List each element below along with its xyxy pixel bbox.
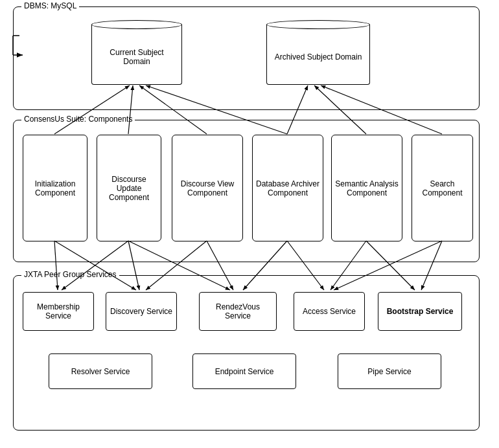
component-discourse-update: Discourse Update Component bbox=[97, 135, 161, 241]
cylinder-top-current bbox=[91, 20, 182, 29]
service-discovery: Discovery Service bbox=[106, 292, 177, 331]
dbms-label: DBMS: MySQL bbox=[21, 1, 79, 10]
dbms-section: DBMS: MySQL Current Subject Domain Archi… bbox=[13, 6, 480, 110]
service-endpoint: Endpoint Service bbox=[192, 353, 296, 389]
components-label: ConsensUs Suite: Components bbox=[21, 115, 135, 124]
service-access: Access Service bbox=[294, 292, 365, 331]
diagram-container: DBMS: MySQL Current Subject Domain Archi… bbox=[0, 0, 499, 448]
component-search: Search Component bbox=[412, 135, 473, 241]
component-semantic: Semantic Analysis Component bbox=[331, 135, 402, 241]
service-resolver: Resolver Service bbox=[49, 353, 152, 389]
service-bootstrap: Bootstrap Service bbox=[378, 292, 462, 331]
services-section: JXTA Peer Group Services Membership Serv… bbox=[13, 275, 480, 431]
services-label: JXTA Peer Group Services bbox=[21, 270, 119, 279]
service-rendezvous: RendezVous Service bbox=[199, 292, 277, 331]
component-discourse-view: Discourse View Component bbox=[172, 135, 243, 241]
db-current: Current Subject Domain bbox=[91, 20, 182, 85]
service-pipe: Pipe Service bbox=[338, 353, 441, 389]
service-membership: Membership Service bbox=[23, 292, 94, 331]
db-archived: Archived Subject Domain bbox=[266, 20, 370, 85]
cylinder-top-archived bbox=[266, 20, 370, 29]
cylinder-body-current: Current Subject Domain bbox=[91, 25, 182, 85]
components-section: ConsensUs Suite: Components Initializati… bbox=[13, 120, 480, 262]
component-db-archiver: Database Archiver Component bbox=[252, 135, 323, 241]
component-init: Initialization Component bbox=[23, 135, 87, 241]
cylinder-body-archived: Archived Subject Domain bbox=[266, 25, 370, 85]
